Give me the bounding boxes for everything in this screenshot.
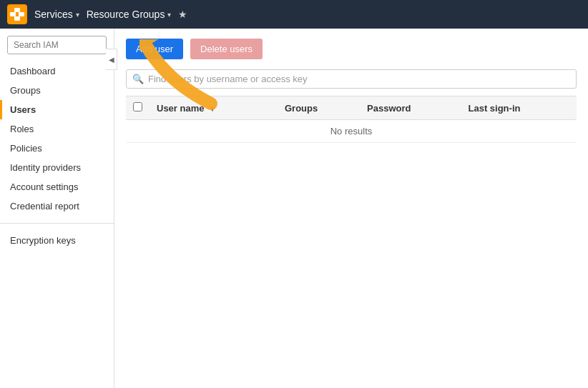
action-bar: Add user Delete users: [126, 39, 577, 59]
services-nav[interactable]: Services ▾: [34, 9, 79, 20]
no-results-row: No results: [126, 120, 577, 143]
pin-icon[interactable]: ★: [178, 9, 187, 20]
search-iam-input[interactable]: [7, 36, 107, 54]
user-search-bar: 🔍: [126, 69, 577, 89]
add-user-button[interactable]: Add user: [126, 39, 183, 59]
username-column-header[interactable]: User name ▼: [150, 96, 278, 120]
main-layout: Dashboard Groups Users Roles Policies Id…: [0, 29, 588, 388]
sidebar-item-roles[interactable]: Roles: [0, 119, 114, 139]
sidebar-item-users[interactable]: Users: [0, 100, 114, 119]
username-sort-icon: ▼: [209, 105, 216, 113]
sidebar: Dashboard Groups Users Roles Policies Id…: [0, 29, 114, 388]
password-column-header: Password: [360, 96, 461, 120]
sidebar-item-dashboard[interactable]: Dashboard: [0, 61, 114, 81]
delete-users-button[interactable]: Delete users: [190, 39, 263, 59]
user-search-input[interactable]: [148, 74, 570, 84]
sidebar-item-identity-providers[interactable]: Identity providers: [0, 158, 114, 177]
svg-rect-2: [14, 8, 20, 12]
sidebar-item-groups[interactable]: Groups: [0, 81, 114, 100]
svg-rect-0: [10, 12, 16, 16]
resource-groups-label: Resource Groups: [87, 9, 165, 20]
services-chevron: ▾: [76, 11, 79, 19]
no-results-message: No results: [126, 120, 577, 143]
svg-rect-1: [19, 12, 24, 16]
resource-groups-chevron: ▾: [167, 11, 171, 19]
main-content: Add user Delete users 🔍 User name: [114, 29, 588, 388]
aws-logo: [7, 4, 27, 24]
svg-rect-3: [14, 16, 20, 21]
sidebar-divider: [0, 223, 114, 224]
sidebar-item-account-settings[interactable]: Account settings: [0, 177, 114, 197]
select-all-checkbox[interactable]: [133, 102, 142, 111]
sidebar-item-policies[interactable]: Policies: [0, 139, 114, 158]
sidebar-item-credential-report[interactable]: Credential report: [0, 197, 114, 216]
select-all-checkbox-header[interactable]: [126, 96, 150, 120]
last-signin-column-header: Last sign-in: [461, 96, 577, 120]
table-header-row: User name ▼ Groups Password Last sign-in: [126, 96, 577, 120]
sidebar-item-encryption-keys[interactable]: Encryption keys: [0, 231, 114, 250]
resource-groups-nav[interactable]: Resource Groups ▾: [87, 9, 172, 20]
page-wrapper: Services ▾ Resource Groups ▾ ★ Dashboard…: [0, 0, 588, 388]
services-label: Services: [34, 9, 73, 20]
sidebar-collapse-button[interactable]: ◀: [106, 49, 117, 70]
search-icon: 🔍: [132, 74, 144, 84]
collapse-icon: ◀: [109, 56, 114, 64]
top-nav: Services ▾ Resource Groups ▾ ★: [0, 0, 588, 29]
users-table: User name ▼ Groups Password Last sign-in: [126, 96, 577, 143]
groups-column-header: Groups: [278, 96, 360, 120]
